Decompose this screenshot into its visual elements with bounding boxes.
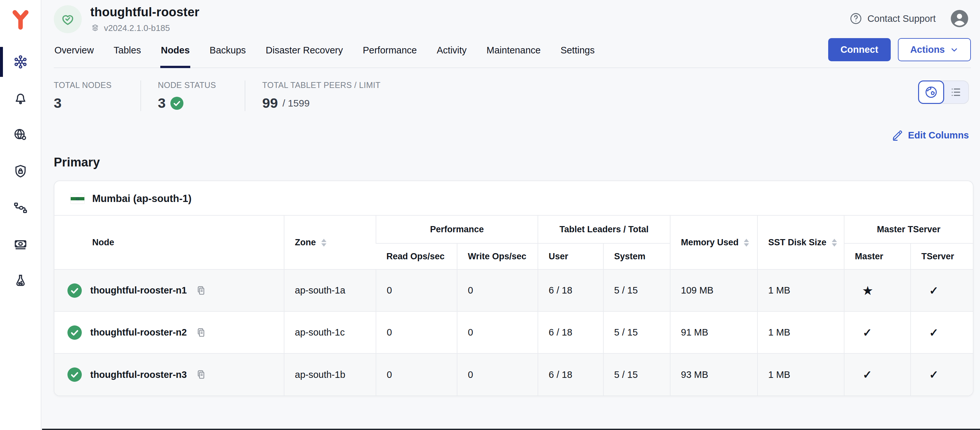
stat-limit: / 1599 [282,98,310,109]
tab-performance[interactable]: Performance [362,36,417,67]
node-zone: ap-south-1a [284,269,376,311]
node-name: thoughtful-rooster-n1 [90,285,187,296]
connect-button[interactable]: Connect [828,38,891,61]
node-system-tablets: 5 / 15 [603,311,670,354]
sidebar [0,0,41,430]
actions-button[interactable]: Actions [898,38,971,61]
version-label: v2024.2.1.0-b185 [104,23,170,33]
actions-button-label: Actions [910,44,945,55]
node-write-ops: 0 [457,311,538,354]
node-memory: 91 MB [670,311,757,354]
tab-maintenance[interactable]: Maintenance [486,36,541,67]
sort-icon [321,239,326,247]
nav-clusters[interactable] [0,44,41,80]
nav-labs[interactable] [0,263,41,299]
globe-view-icon [924,85,938,99]
cluster-title-block: thoughtful-rooster v2024.2.1.0-b185 [90,5,199,33]
cluster-version: v2024.2.1.0-b185 [90,23,199,33]
pencil-icon [892,129,904,141]
view-toggle [918,80,969,104]
list-view-toggle[interactable] [943,81,968,103]
node-memory: 93 MB [670,354,757,395]
page-header: thoughtful-rooster v2024.2.1.0-b185 [51,0,974,35]
sst-header-label: SST Disk Size [768,237,827,247]
node-write-ops: 0 [457,269,538,311]
copy-icon[interactable] [195,285,207,296]
alerts-bell-icon [13,91,29,106]
node-zone: ap-south-1b [284,354,376,395]
table-row: thoughtful-rooster-n2 ap-south-1c 0 [54,311,973,354]
stats-row: TOTAL NODES 3 NODE STATUS 3 TOTAL TABLET… [51,68,974,111]
copy-icon[interactable] [195,369,207,381]
node-zone: ap-south-1c [284,311,376,354]
contact-support-link[interactable]: Contact Support [849,12,936,25]
map-view-toggle[interactable] [918,80,944,104]
nav-billing[interactable] [0,226,41,263]
column-header-sst[interactable]: SST Disk Size [757,215,844,269]
nav-network[interactable] [0,116,41,153]
help-circle-icon [849,12,863,25]
list-view-icon [950,86,963,99]
integrations-flow-icon [13,200,29,216]
column-header-node: Node [54,215,284,269]
node-name: thoughtful-rooster-n3 [90,369,187,380]
region-card: Mumbai (ap-south-1) Node Zone Performanc… [54,180,974,396]
node-user-tablets: 6 / 18 [538,311,603,354]
copy-icon[interactable] [195,327,207,338]
node-name: thoughtful-rooster-n2 [90,327,187,338]
memory-header-label: Memory Used [681,237,738,247]
tab-settings[interactable]: Settings [560,36,595,67]
tab-overview[interactable]: Overview [54,36,94,67]
column-group-tablet-leaders: Tablet Leaders / Total [538,215,670,243]
tserver-check-icon: ✓ [911,354,973,395]
tab-activity[interactable]: Activity [436,36,467,67]
nav-alerts[interactable] [0,80,41,116]
edit-columns-button[interactable]: Edit Columns [892,129,969,141]
column-header-zone[interactable]: Zone [284,215,376,269]
sort-icon [832,239,837,247]
yugabyte-logo[interactable] [10,5,31,35]
region-title: Mumbai (ap-south-1) [92,193,192,205]
section-title: Primary [54,155,974,169]
tab-disaster-recovery[interactable]: Disaster Recovery [265,36,344,67]
node-read-ops: 0 [376,354,457,395]
nav-integrations[interactable] [0,190,41,226]
tabs: Overview Tables Nodes Backups Disaster R… [54,36,595,67]
green-check-circle-icon [170,97,183,110]
column-header-memory[interactable]: Memory Used [670,215,757,269]
stat-total-nodes: TOTAL NODES 3 [54,80,140,111]
labs-flask-icon [13,273,29,288]
region-card-header: Mumbai (ap-south-1) [54,181,973,215]
master-check-icon: ✓ [844,311,911,354]
node-sst: 1 MB [757,354,844,395]
page-title: thoughtful-rooster [90,5,199,19]
layers-icon [90,24,100,33]
column-group-performance: Performance [376,215,538,243]
tserver-check-icon: ✓ [911,269,973,311]
header-right: Contact Support [849,5,969,28]
node-sst: 1 MB [757,269,844,311]
tab-backups[interactable]: Backups [209,36,246,67]
tab-nodes[interactable]: Nodes [160,36,191,67]
nav-security[interactable] [0,153,41,190]
nodes-table-header: Node Zone Performance Tablet Leaders / T… [54,215,973,269]
column-group-master-tserver: Master TServer [844,215,973,243]
column-header-system: System [603,243,670,269]
table-row: thoughtful-rooster-n1 ap-south-1a 0 [54,269,973,311]
table-row: thoughtful-rooster-n3 ap-south-1b 0 [54,354,973,395]
tab-tables[interactable]: Tables [113,36,142,67]
node-system-tablets: 5 / 15 [603,269,670,311]
contact-support-label: Contact Support [867,13,936,24]
security-shield-icon [13,164,29,179]
stat-label: TOTAL NODES [54,80,112,90]
tserver-check-icon: ✓ [911,311,973,354]
column-header-tserver: TServer [911,243,973,269]
user-avatar-icon[interactable] [950,9,969,28]
node-read-ops: 0 [376,311,457,354]
column-header-read-ops: Read Ops/sec [376,243,457,269]
node-write-ops: 0 [457,354,538,395]
window-bottom-edge [42,429,980,430]
billing-icon [13,237,29,252]
node-sst: 1 MB [757,311,844,354]
column-header-write-ops: Write Ops/sec [457,243,538,269]
